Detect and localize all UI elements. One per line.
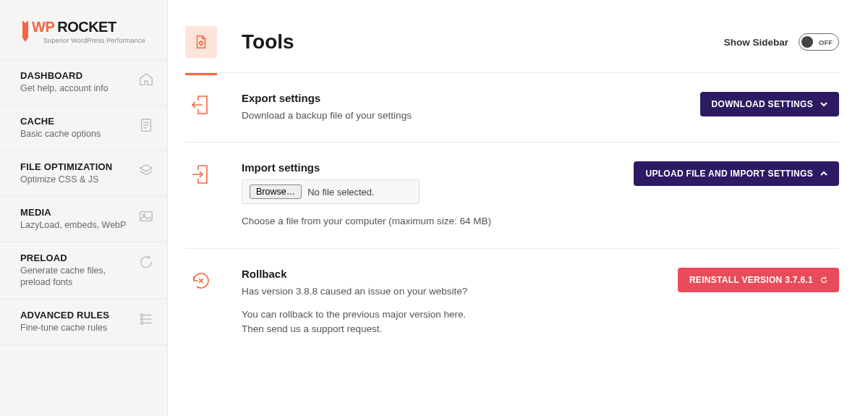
toggle-state-label: OFF: [819, 38, 833, 46]
sidebar-item-dashboard[interactable]: DASHBOARD Get help, account info: [0, 59, 167, 106]
sidebar: WP ROCKET Superior WordPress Performance…: [0, 0, 168, 416]
layers-icon: [138, 163, 154, 179]
nav-title: PRELOAD: [20, 252, 134, 263]
sidebar-item-preload[interactable]: PRELOAD Generate cache files, preload fo…: [0, 242, 167, 300]
nav-desc: Basic cache options: [20, 128, 134, 140]
nav-desc: Get help, account info: [20, 82, 134, 95]
section-import: Import settings Browse… No file selected…: [168, 143, 839, 247]
nav-title: FILE OPTIMIZATION: [20, 161, 134, 172]
sidebar-item-media[interactable]: MEDIA LazyLoad, embeds, WebP: [0, 197, 167, 242]
tools-page-icon: [185, 26, 217, 58]
section-export: Export settings Download a backup file o…: [168, 73, 839, 142]
sidebar-item-cache[interactable]: CACHE Basic cache options: [0, 106, 167, 151]
svg-rect-4: [140, 211, 153, 221]
sliders-icon: [138, 311, 154, 327]
home-icon: [138, 72, 154, 88]
nav-title: CACHE: [20, 116, 134, 127]
nav-desc: LazyLoad, embeds, WebP: [20, 219, 134, 232]
svg-rect-9: [141, 318, 143, 321]
nav-desc: Optimize CSS & JS: [20, 174, 134, 186]
export-icon: [190, 93, 213, 116]
import-hint: Choose a file from your computer (maximu…: [242, 214, 619, 229]
logo: WP ROCKET Superior WordPress Performance: [0, 0, 167, 59]
chevron-down-icon: [820, 101, 827, 108]
rollback-line2: You can rollback to the previous major v…: [242, 307, 663, 322]
rollback-title: Rollback: [242, 268, 663, 280]
document-icon: [138, 117, 154, 133]
nav-desc: Generate cache files, preload fonts: [20, 265, 134, 289]
toggle-knob: [801, 36, 813, 48]
refresh-icon: [820, 276, 827, 284]
reinstall-button[interactable]: REINSTALL VERSION 3.7.6.1: [678, 268, 839, 292]
export-title: Export settings: [242, 92, 686, 104]
button-label: DOWNLOAD SETTINGS: [712, 99, 813, 109]
page-title: Tools: [242, 30, 294, 54]
browse-button[interactable]: Browse…: [250, 184, 302, 199]
chevron-up-icon: [820, 170, 827, 177]
button-label: REINSTALL VERSION 3.7.6.1: [689, 275, 813, 285]
file-input-row: Browse… No file selected.: [242, 179, 420, 204]
svg-rect-7: [141, 314, 143, 316]
image-icon: [138, 208, 154, 224]
rollback-line1: Has version 3.8.8 caused an issue on you…: [242, 284, 663, 299]
svg-rect-11: [141, 322, 143, 324]
button-label: UPLOAD FILE AND IMPORT SETTINGS: [645, 169, 813, 179]
section-rollback: Rollback Has version 3.8.8 caused an iss…: [168, 249, 839, 356]
header: Tools Show Sidebar OFF: [168, 26, 839, 72]
sidebar-item-file-optimization[interactable]: FILE OPTIMIZATION Optimize CSS & JS: [0, 151, 167, 197]
main: Tools Show Sidebar OFF Export settings D…: [168, 0, 868, 416]
nav-title: MEDIA: [20, 207, 134, 218]
export-desc: Download a backup file of your settings: [242, 109, 686, 123]
import-icon: [190, 163, 213, 186]
nav-title: ADVANCED RULES: [20, 310, 134, 321]
rollback-icon: [190, 269, 213, 292]
logo-tagline: Superior WordPress Performance: [43, 37, 145, 44]
refresh-icon: [138, 254, 154, 270]
sidebar-item-advanced-rules[interactable]: ADVANCED RULES Fine-tune cache rules: [0, 300, 167, 345]
logo-wp: WP: [32, 19, 54, 35]
rollback-line3: Then send us a support request.: [242, 322, 663, 336]
nav-title: DASHBOARD: [20, 70, 134, 81]
logo-rocket: ROCKET: [57, 19, 116, 35]
import-title: Import settings: [242, 161, 619, 174]
rocket-icon: [20, 20, 30, 45]
show-sidebar-toggle[interactable]: OFF: [799, 33, 839, 51]
file-status: No file selected.: [307, 187, 375, 198]
nav: DASHBOARD Get help, account info CACHE B…: [0, 59, 167, 416]
show-sidebar-label: Show Sidebar: [724, 37, 788, 48]
nav-desc: Fine-tune cache rules: [20, 322, 134, 334]
download-settings-button[interactable]: DOWNLOAD SETTINGS: [700, 92, 839, 116]
upload-import-button[interactable]: UPLOAD FILE AND IMPORT SETTINGS: [634, 161, 839, 186]
